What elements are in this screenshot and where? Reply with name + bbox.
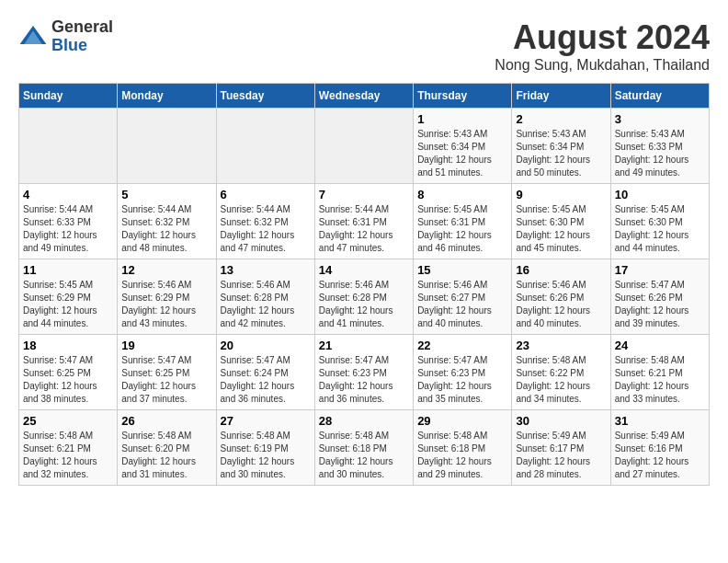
day-number: 1 (417, 112, 507, 126)
calendar-cell: 18Sunrise: 5:47 AM Sunset: 6:25 PM Dayli… (19, 335, 118, 410)
day-number: 26 (121, 414, 211, 428)
day-number: 17 (615, 263, 705, 277)
calendar-cell: 25Sunrise: 5:48 AM Sunset: 6:21 PM Dayli… (19, 410, 118, 486)
calendar-cell: 9Sunrise: 5:45 AM Sunset: 6:30 PM Daylig… (512, 184, 610, 259)
calendar-week: 11Sunrise: 5:45 AM Sunset: 6:29 PM Dayli… (19, 259, 710, 335)
calendar-cell (216, 109, 314, 184)
calendar-cell: 20Sunrise: 5:47 AM Sunset: 6:24 PM Dayli… (216, 335, 314, 410)
calendar-cell (314, 109, 413, 184)
day-number: 3 (615, 112, 705, 126)
day-number: 30 (516, 414, 606, 428)
day-number: 11 (23, 263, 113, 277)
day-number: 22 (417, 339, 507, 352)
day-detail: Sunrise: 5:48 AM Sunset: 6:21 PM Dayligh… (615, 354, 705, 406)
calendar-cell: 11Sunrise: 5:45 AM Sunset: 6:29 PM Dayli… (19, 259, 118, 335)
calendar-cell: 14Sunrise: 5:46 AM Sunset: 6:28 PM Dayli… (314, 259, 413, 335)
calendar-cell: 10Sunrise: 5:45 AM Sunset: 6:30 PM Dayli… (610, 184, 709, 259)
day-detail: Sunrise: 5:48 AM Sunset: 6:18 PM Dayligh… (319, 430, 409, 481)
day-number: 12 (121, 263, 211, 277)
weekday-header: Sunday (19, 84, 118, 109)
weekday-header: Monday (118, 84, 216, 109)
calendar-cell: 29Sunrise: 5:48 AM Sunset: 6:18 PM Dayli… (414, 410, 512, 486)
day-detail: Sunrise: 5:44 AM Sunset: 6:32 PM Dayligh… (121, 203, 211, 255)
calendar-cell: 3Sunrise: 5:43 AM Sunset: 6:33 PM Daylig… (610, 109, 709, 184)
calendar-cell: 12Sunrise: 5:46 AM Sunset: 6:29 PM Dayli… (118, 259, 216, 335)
day-detail: Sunrise: 5:44 AM Sunset: 6:32 PM Dayligh… (221, 203, 311, 255)
calendar-cell (118, 109, 216, 184)
calendar-cell: 24Sunrise: 5:48 AM Sunset: 6:21 PM Dayli… (610, 335, 709, 410)
day-detail: Sunrise: 5:46 AM Sunset: 6:28 PM Dayligh… (319, 279, 409, 330)
day-number: 31 (615, 414, 705, 428)
day-detail: Sunrise: 5:43 AM Sunset: 6:34 PM Dayligh… (417, 128, 507, 179)
calendar-cell: 7Sunrise: 5:44 AM Sunset: 6:31 PM Daylig… (314, 184, 413, 259)
calendar-cell: 1Sunrise: 5:43 AM Sunset: 6:34 PM Daylig… (414, 109, 512, 184)
calendar-week: 4Sunrise: 5:44 AM Sunset: 6:33 PM Daylig… (19, 184, 710, 259)
calendar-cell: 23Sunrise: 5:48 AM Sunset: 6:22 PM Dayli… (512, 335, 610, 410)
day-detail: Sunrise: 5:48 AM Sunset: 6:19 PM Dayligh… (221, 430, 311, 481)
day-number: 28 (319, 414, 409, 428)
day-number: 16 (516, 263, 606, 277)
day-number: 25 (23, 414, 113, 428)
day-number: 19 (121, 339, 211, 352)
calendar-cell: 21Sunrise: 5:47 AM Sunset: 6:23 PM Dayli… (314, 335, 413, 410)
day-number: 10 (615, 188, 705, 201)
weekday-header: Friday (512, 84, 610, 109)
day-number: 4 (23, 188, 113, 201)
calendar-header: SundayMondayTuesdayWednesdayThursdayFrid… (19, 84, 710, 109)
day-detail: Sunrise: 5:47 AM Sunset: 6:25 PM Dayligh… (23, 354, 113, 406)
logo-general: General (51, 18, 113, 37)
day-detail: Sunrise: 5:45 AM Sunset: 6:29 PM Dayligh… (23, 279, 113, 330)
calendar-cell: 16Sunrise: 5:46 AM Sunset: 6:26 PM Dayli… (512, 259, 610, 335)
weekday-header-row: SundayMondayTuesdayWednesdayThursdayFrid… (19, 84, 710, 109)
day-detail: Sunrise: 5:47 AM Sunset: 6:26 PM Dayligh… (615, 279, 705, 330)
day-number: 27 (221, 414, 311, 428)
day-detail: Sunrise: 5:49 AM Sunset: 6:16 PM Dayligh… (615, 430, 705, 481)
day-detail: Sunrise: 5:45 AM Sunset: 6:30 PM Dayligh… (615, 203, 705, 255)
day-detail: Sunrise: 5:44 AM Sunset: 6:33 PM Dayligh… (23, 203, 113, 255)
day-number: 24 (615, 339, 705, 352)
calendar-cell: 13Sunrise: 5:46 AM Sunset: 6:28 PM Dayli… (216, 259, 314, 335)
calendar-week: 18Sunrise: 5:47 AM Sunset: 6:25 PM Dayli… (19, 335, 710, 410)
day-number: 5 (121, 188, 211, 201)
day-number: 18 (23, 339, 113, 352)
weekday-header: Thursday (414, 84, 512, 109)
calendar-cell: 4Sunrise: 5:44 AM Sunset: 6:33 PM Daylig… (19, 184, 118, 259)
weekday-header: Saturday (610, 84, 709, 109)
calendar-body: 1Sunrise: 5:43 AM Sunset: 6:34 PM Daylig… (19, 109, 710, 486)
day-detail: Sunrise: 5:45 AM Sunset: 6:31 PM Dayligh… (417, 203, 507, 255)
day-number: 29 (417, 414, 507, 428)
day-detail: Sunrise: 5:48 AM Sunset: 6:18 PM Dayligh… (417, 430, 507, 481)
day-number: 2 (516, 112, 606, 126)
calendar-subtitle: Nong Sung, Mukdahan, Thailand (495, 57, 710, 74)
calendar-cell: 31Sunrise: 5:49 AM Sunset: 6:16 PM Dayli… (610, 410, 709, 486)
day-detail: Sunrise: 5:44 AM Sunset: 6:31 PM Dayligh… (319, 203, 409, 255)
day-number: 8 (417, 188, 507, 201)
calendar-cell: 6Sunrise: 5:44 AM Sunset: 6:32 PM Daylig… (216, 184, 314, 259)
calendar-week: 25Sunrise: 5:48 AM Sunset: 6:21 PM Dayli… (19, 410, 710, 486)
calendar-cell: 17Sunrise: 5:47 AM Sunset: 6:26 PM Dayli… (610, 259, 709, 335)
day-number: 20 (221, 339, 311, 352)
calendar-cell: 30Sunrise: 5:49 AM Sunset: 6:17 PM Dayli… (512, 410, 610, 486)
day-detail: Sunrise: 5:47 AM Sunset: 6:23 PM Dayligh… (319, 354, 409, 406)
day-number: 21 (319, 339, 409, 352)
day-number: 9 (516, 188, 606, 201)
day-number: 7 (319, 188, 409, 201)
calendar-week: 1Sunrise: 5:43 AM Sunset: 6:34 PM Daylig… (19, 109, 710, 184)
day-number: 14 (319, 263, 409, 277)
day-detail: Sunrise: 5:46 AM Sunset: 6:27 PM Dayligh… (417, 279, 507, 330)
calendar-cell: 26Sunrise: 5:48 AM Sunset: 6:20 PM Dayli… (118, 410, 216, 486)
logo-blue: Blue (51, 37, 113, 55)
calendar-cell: 27Sunrise: 5:48 AM Sunset: 6:19 PM Dayli… (216, 410, 314, 486)
day-number: 13 (221, 263, 311, 277)
calendar-table: SundayMondayTuesdayWednesdayThursdayFrid… (18, 83, 710, 486)
day-detail: Sunrise: 5:47 AM Sunset: 6:23 PM Dayligh… (417, 354, 507, 406)
calendar-cell: 5Sunrise: 5:44 AM Sunset: 6:32 PM Daylig… (118, 184, 216, 259)
day-detail: Sunrise: 5:49 AM Sunset: 6:17 PM Dayligh… (516, 430, 606, 481)
day-detail: Sunrise: 5:43 AM Sunset: 6:34 PM Dayligh… (516, 128, 606, 179)
calendar-cell: 2Sunrise: 5:43 AM Sunset: 6:34 PM Daylig… (512, 109, 610, 184)
day-number: 23 (516, 339, 606, 352)
day-detail: Sunrise: 5:45 AM Sunset: 6:30 PM Dayligh… (516, 203, 606, 255)
calendar-cell: 15Sunrise: 5:46 AM Sunset: 6:27 PM Dayli… (414, 259, 512, 335)
weekday-header: Tuesday (216, 84, 314, 109)
logo-text: General Blue (51, 18, 113, 55)
